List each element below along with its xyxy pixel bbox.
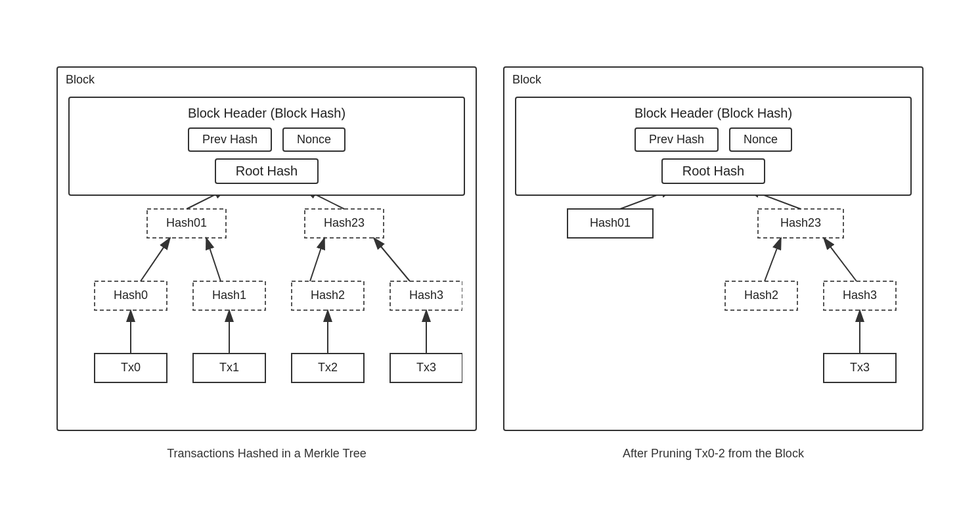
diagram1-tx3-label: Tx3 <box>416 361 436 374</box>
diagram2-root-hash: Root Hash <box>661 158 766 184</box>
diagram2-hash3-label: Hash3 <box>843 288 877 302</box>
svg-line-27 <box>620 196 673 209</box>
diagram2-hash2-label: Hash2 <box>744 288 778 302</box>
diagram2-hash01-label: Hash01 <box>590 216 631 229</box>
diagram1-hash01-label: Hash01 <box>166 216 207 229</box>
diagram1-tx1-label: Tx1 <box>219 361 239 374</box>
diagram2-header-title: Block Header (Block Hash) <box>635 106 792 121</box>
diagram2-nonce: Nonce <box>729 127 792 152</box>
diagram1-header-row: Prev Hash Nonce <box>188 127 345 152</box>
diagram2-prev-hash: Prev Hash <box>635 127 719 152</box>
diagram1-root-hash: Root Hash <box>215 158 319 184</box>
diagram1-hash23-label: Hash23 <box>324 216 365 229</box>
svg-line-28 <box>748 196 801 209</box>
svg-line-15 <box>310 238 324 281</box>
svg-line-11 <box>187 196 226 209</box>
diagram1-block: Block Block Header (Block Hash) Prev Has… <box>56 66 477 431</box>
diagram2-block-label: Block <box>512 73 541 87</box>
svg-line-29 <box>765 238 781 281</box>
diagram1-tree-svg: Hash01 Hash23 Hash0 Hash1 Hash2 Hash3 <box>68 196 462 419</box>
diagram1-hash0-label: Hash0 <box>114 288 148 302</box>
diagram1-block-label: Block <box>66 73 95 87</box>
diagram2-tree-svg: Hash01 Hash23 Hash2 Hash3 Tx3 <box>515 196 909 419</box>
diagram2-wrapper: Block Block Header (Block Hash) Prev Has… <box>503 66 924 461</box>
svg-line-14 <box>206 238 221 281</box>
svg-line-30 <box>824 238 857 281</box>
diagram1-tx2-label: Tx2 <box>318 361 338 374</box>
svg-line-16 <box>374 238 410 281</box>
diagram1-header-box: Block Header (Block Hash) Prev Hash Nonc… <box>68 97 465 196</box>
diagram1-hash1-label: Hash1 <box>212 288 246 302</box>
diagram1-hash3-label: Hash3 <box>409 288 443 302</box>
diagram2-tx3-label: Tx3 <box>850 361 870 374</box>
diagram1-caption: Transactions Hashed in a Merkle Tree <box>167 447 366 461</box>
diagram2-caption: After Pruning Tx0-2 from the Block <box>623 447 804 461</box>
diagram2-header-box: Block Header (Block Hash) Prev Hash Nonc… <box>515 97 912 196</box>
diagram1-tx0-label: Tx0 <box>121 361 141 374</box>
diagram2-header-row: Prev Hash Nonce <box>635 127 792 152</box>
svg-line-13 <box>141 238 170 281</box>
diagram1-header-title: Block Header (Block Hash) <box>188 106 345 121</box>
diagram1-hash2-label: Hash2 <box>311 288 345 302</box>
diagram1-prev-hash: Prev Hash <box>188 127 272 152</box>
diagram1-nonce: Nonce <box>282 127 345 152</box>
diagram1-wrapper: Block Block Header (Block Hash) Prev Has… <box>56 66 477 461</box>
svg-line-12 <box>305 196 344 209</box>
diagram2-hash23-label: Hash23 <box>780 216 821 229</box>
diagrams-container: Block Block Header (Block Hash) Prev Has… <box>43 53 937 474</box>
diagram2-block: Block Block Header (Block Hash) Prev Has… <box>503 66 924 431</box>
